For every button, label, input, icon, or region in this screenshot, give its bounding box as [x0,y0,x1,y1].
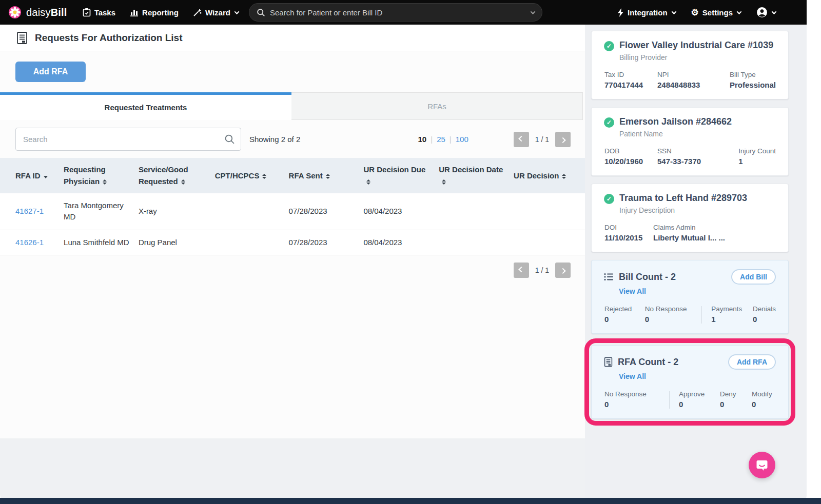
add-rfa-sidebar-button[interactable]: Add RFA [728,354,776,370]
nav-account[interactable] [756,7,776,18]
page-size-selector: 10 | 25 | 100 [418,135,468,144]
pagination-top: 1 / 1 [514,132,571,147]
col-cpt-hcpcs[interactable]: CPT/HCPCS [211,158,285,193]
scrollbar-gutter [807,0,821,502]
table-row: 41626-1 Luna Smithfeld MD Drug Panel 07/… [0,230,585,255]
chevron-down-icon [772,9,777,14]
col-requesting-physician[interactable]: Requesting Physician [60,158,134,193]
page-size-10[interactable]: 10 [418,135,427,144]
stat: NPI 2484848833 [657,71,719,89]
cell-service: X-ray [134,193,211,230]
separator: | [431,135,433,144]
rfa-count-highlight: RFA Count - 2 Add RFA View All No Respon… [591,345,789,419]
divider [669,391,670,409]
view-all-link[interactable]: View All [619,287,646,295]
sort-desc-icon [44,176,48,178]
global-search[interactable] [249,3,542,22]
prev-page-button[interactable] [514,132,529,147]
rfa-id-link[interactable]: 41626-1 [15,238,44,247]
pagination-bottom: 1 / 1 [514,263,571,278]
page-size-25[interactable]: 25 [437,135,445,144]
brand-name: daisyBill [26,7,67,18]
col-ur-decision-due[interactable]: UR Decision Due [359,158,435,193]
stat: Injury Count 1 [738,147,776,166]
stat: Rejected 0 [604,305,645,324]
add-rfa-button[interactable]: Add RFA [15,62,86,82]
stat: SSN 547-33-7370 [657,147,719,166]
stat: No Response 0 [604,390,667,409]
col-rfa-sent[interactable]: RFA Sent [285,158,360,193]
app-window: daisyBill Tasks [0,0,821,502]
chevron-down-icon [671,9,676,14]
nav-reporting[interactable]: Reporting [130,8,179,17]
card-title: Bill Count - 2 [619,272,676,283]
patient-card: ✓ Emerson Jailson #284662 Patient Name D… [591,107,789,176]
search-chevron-down-icon[interactable] [531,9,536,14]
global-search-input[interactable] [270,8,530,17]
tab-rfas[interactable]: RFAs [291,92,583,120]
lightning-icon [617,8,624,17]
prev-page-button[interactable] [514,263,529,278]
check-circle-icon: ✓ [604,41,614,51]
stat: Approve 0 [679,390,720,409]
cell-ur-decision-date [435,230,510,255]
page-size-100[interactable]: 100 [456,135,468,144]
card-title[interactable]: Flower Valley Industrial Care #1039 [619,40,773,51]
cell-physician: Luna Smithfeld MD [60,230,134,255]
stat: Tax ID 770417444 [604,71,657,89]
content-background [0,438,585,502]
search-icon[interactable] [224,134,235,145]
check-circle-icon: ✓ [604,194,614,204]
nav-settings-label: Settings [702,8,733,17]
card-title[interactable]: Emerson Jailson #284662 [619,116,732,127]
cell-rfa-sent: 07/28/2023 [285,230,360,255]
col-ur-decision[interactable]: UR Decision [510,158,585,193]
rfa-table: RFA ID Requesting Physician Service/Good… [0,158,585,255]
col-ur-decision-date[interactable]: UR Decision Date [435,158,510,193]
list-search-input[interactable] [15,128,241,151]
nav-integration-label: Integration [628,8,668,17]
stat: Bill Type Professional [730,71,776,89]
cell-physician: Tara Montgomery MD [60,193,134,230]
chat-bubble-icon [755,458,769,472]
bill-count-card: Bill Count - 2 Add Bill View All Rejecte… [591,260,789,334]
nav-integration[interactable]: Integration [617,8,676,17]
check-circle-icon: ✓ [604,117,614,128]
next-page-button[interactable] [555,263,571,278]
search-icon [257,8,265,17]
rfa-id-link[interactable]: 41627-1 [15,207,44,215]
cell-cpt [211,230,285,255]
main-content: Requests For Authorization List Add RFA … [0,25,585,438]
add-bill-button[interactable]: Add Bill [731,269,776,285]
col-service-good[interactable]: Service/Good Requested [134,158,211,193]
daisybill-logo[interactable]: daisyBill [0,6,67,19]
cell-cpt [211,193,285,230]
stat: Claims Admin Liberty Mutual I... ... [653,224,725,242]
chevron-right-icon [560,268,565,274]
rfa-document-icon [604,357,613,367]
chevron-down-icon [737,9,742,14]
next-page-button[interactable] [555,132,571,147]
tab-requested-treatments[interactable]: Requested Treatments [0,92,291,120]
chat-launcher-button[interactable] [749,452,775,478]
chevron-left-icon [518,135,524,141]
bar-chart-icon [130,8,139,16]
nav-reporting-label: Reporting [142,8,179,17]
nav-wizard[interactable]: Wizard [193,8,239,17]
cell-ur-decision-due: 08/04/2023 [359,230,435,255]
chevron-down-icon [234,9,239,14]
col-rfa-id[interactable]: RFA ID [0,158,60,193]
cell-ur-decision [510,230,585,255]
sort-icon [326,174,330,179]
card-title[interactable]: Trauma to Left Hand #289703 [619,193,747,204]
table-header-row: RFA ID Requesting Physician Service/Good… [0,158,585,193]
gear-icon: ⚙ [691,8,699,17]
nav-settings[interactable]: ⚙ Settings [691,8,741,17]
cell-ur-decision-due: 08/04/2023 [359,193,435,230]
view-all-link[interactable]: View All [619,372,646,380]
rfa-count-card: RFA Count - 2 Add RFA View All No Respon… [591,345,789,419]
card-subtitle: Patient Name [619,130,776,138]
tabs: Requested Treatments RFAs [0,92,585,120]
stat: Denials 0 [753,305,776,324]
nav-tasks[interactable]: Tasks [83,8,115,17]
